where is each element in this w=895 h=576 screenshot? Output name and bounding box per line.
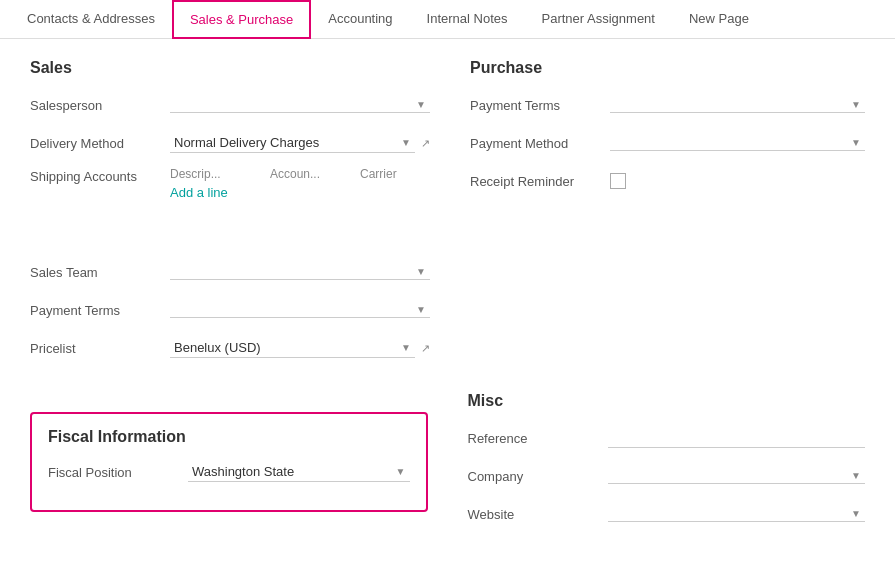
shipping-col-descrip-header: Descrip...	[170, 167, 260, 181]
delivery-method-row: Delivery Method Normal Delivery Charges …	[30, 129, 430, 157]
tab-accounting[interactable]: Accounting	[311, 0, 409, 39]
fiscal-position-text: Washington State	[192, 464, 392, 479]
website-select[interactable]: ▼	[608, 506, 866, 522]
sales-team-value: ▼	[170, 264, 430, 280]
tab-contacts[interactable]: Contacts & Addresses	[10, 0, 172, 39]
sales-payment-terms-dropdown-icon: ▼	[416, 304, 426, 315]
receipt-reminder-value	[610, 173, 865, 189]
shipping-table: Descrip... Accoun... Carrier Add a line	[170, 167, 430, 200]
main-content: Sales Salesperson ▼ Delivery Method Norm…	[0, 39, 895, 558]
fiscal-position-dropdown-icon: ▼	[396, 466, 406, 477]
tab-new-page[interactable]: New Page	[672, 0, 766, 39]
receipt-reminder-label: Receipt Reminder	[470, 174, 610, 189]
purchase-section: Purchase Payment Terms ▼ Payment Method	[470, 59, 865, 372]
purchase-payment-terms-dropdown-icon: ▼	[851, 99, 861, 110]
shipping-col-account-header: Accoun...	[270, 167, 350, 181]
add-line-button[interactable]: Add a line	[170, 185, 430, 200]
sales-team-row: Sales Team ▼	[30, 258, 430, 286]
sales-payment-terms-value: ▼	[170, 302, 430, 318]
website-label: Website	[468, 507, 608, 522]
company-label: Company	[468, 469, 608, 484]
website-value: ▼	[608, 506, 866, 522]
delivery-method-label: Delivery Method	[30, 136, 170, 151]
company-row: Company ▼	[468, 462, 866, 490]
sales-payment-terms-label: Payment Terms	[30, 303, 170, 318]
payment-method-row: Payment Method ▼	[470, 129, 865, 157]
tab-partner-assignment[interactable]: Partner Assignment	[525, 0, 672, 39]
fiscal-title: Fiscal Information	[48, 428, 410, 446]
company-select[interactable]: ▼	[608, 468, 866, 484]
pricelist-external-link-icon[interactable]: ↗	[421, 342, 430, 355]
top-section: Sales Salesperson ▼ Delivery Method Norm…	[30, 59, 865, 372]
delivery-method-external-link-icon[interactable]: ↗	[421, 137, 430, 150]
salesperson-select[interactable]: ▼	[170, 97, 430, 113]
pricelist-select[interactable]: Benelux (USD) ▼	[170, 338, 415, 358]
reference-value	[608, 428, 866, 448]
reference-input[interactable]	[608, 428, 866, 448]
sales-section: Sales Salesperson ▼ Delivery Method Norm…	[30, 59, 430, 372]
reference-label: Reference	[468, 431, 608, 446]
shipping-table-header: Descrip... Accoun... Carrier	[170, 167, 430, 181]
website-dropdown-icon: ▼	[851, 508, 861, 519]
delivery-method-value: Normal Delivery Charges ▼ ↗	[170, 133, 430, 153]
purchase-payment-terms-value: ▼	[610, 97, 865, 113]
delivery-method-dropdown-icon: ▼	[401, 137, 411, 148]
payment-method-select[interactable]: ▼	[610, 135, 865, 151]
fiscal-position-value: Washington State ▼	[188, 462, 410, 482]
pricelist-value: Benelux (USD) ▼ ↗	[170, 338, 430, 358]
fiscal-box: Fiscal Information Fiscal Position Washi…	[30, 412, 428, 512]
payment-method-label: Payment Method	[470, 136, 610, 151]
salesperson-dropdown-icon: ▼	[416, 99, 426, 110]
payment-method-dropdown-icon: ▼	[851, 137, 861, 148]
receipt-reminder-row: Receipt Reminder	[470, 167, 865, 195]
sales-title: Sales	[30, 59, 430, 77]
tab-internal-notes[interactable]: Internal Notes	[410, 0, 525, 39]
misc-section: Misc Reference Company ▼	[468, 392, 866, 538]
shipping-accounts-row: Shipping Accounts Descrip... Accoun... C…	[30, 167, 430, 200]
tab-sales-purchase[interactable]: Sales & Purchase	[172, 0, 311, 39]
fiscal-position-row: Fiscal Position Washington State ▼	[48, 458, 410, 486]
sales-team-dropdown-icon: ▼	[416, 266, 426, 277]
purchase-payment-terms-label: Payment Terms	[470, 98, 610, 113]
sales-team-label: Sales Team	[30, 265, 170, 280]
reference-row: Reference	[468, 424, 866, 452]
pricelist-label: Pricelist	[30, 341, 170, 356]
delivery-method-text: Normal Delivery Charges	[174, 135, 397, 150]
payment-method-value: ▼	[610, 135, 865, 151]
salesperson-row: Salesperson ▼	[30, 91, 430, 119]
shipping-accounts-label: Shipping Accounts	[30, 167, 170, 184]
bottom-section: Fiscal Information Fiscal Position Washi…	[30, 392, 865, 538]
purchase-title: Purchase	[470, 59, 865, 77]
fiscal-section: Fiscal Information Fiscal Position Washi…	[30, 392, 428, 538]
fiscal-position-select[interactable]: Washington State ▼	[188, 462, 410, 482]
pricelist-row: Pricelist Benelux (USD) ▼ ↗	[30, 334, 430, 362]
salesperson-label: Salesperson	[30, 98, 170, 113]
purchase-payment-terms-row: Payment Terms ▼	[470, 91, 865, 119]
company-value: ▼	[608, 468, 866, 484]
shipping-col-carrier-header: Carrier	[360, 167, 430, 181]
website-row: Website ▼	[468, 500, 866, 528]
receipt-reminder-checkbox[interactable]	[610, 173, 626, 189]
purchase-payment-terms-select[interactable]: ▼	[610, 97, 865, 113]
sales-payment-terms-select[interactable]: ▼	[170, 302, 430, 318]
pricelist-text: Benelux (USD)	[174, 340, 397, 355]
misc-title: Misc	[468, 392, 866, 410]
sales-team-select[interactable]: ▼	[170, 264, 430, 280]
sales-payment-terms-row: Payment Terms ▼	[30, 296, 430, 324]
salesperson-value: ▼	[170, 97, 430, 113]
company-dropdown-icon: ▼	[851, 470, 861, 481]
fiscal-position-label: Fiscal Position	[48, 465, 188, 480]
delivery-method-select[interactable]: Normal Delivery Charges ▼	[170, 133, 415, 153]
pricelist-dropdown-icon: ▼	[401, 342, 411, 353]
tab-bar: Contacts & Addresses Sales & Purchase Ac…	[0, 0, 895, 39]
